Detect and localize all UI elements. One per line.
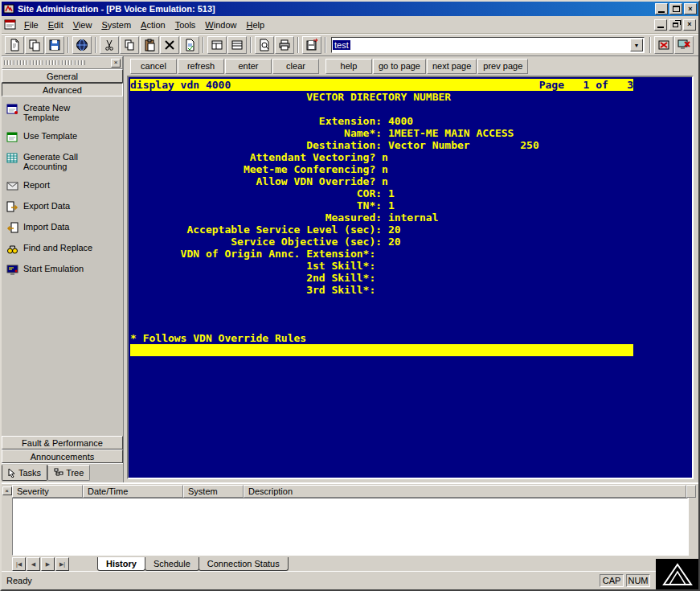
task-label: Generate Call Accounting xyxy=(23,152,107,171)
close-button[interactable]: × xyxy=(684,3,697,14)
column-system[interactable]: System xyxy=(183,485,244,498)
copy-button[interactable] xyxy=(120,36,139,54)
disconnect-button[interactable] xyxy=(674,36,694,54)
scissors-icon xyxy=(103,39,116,51)
print-button[interactable] xyxy=(275,36,294,54)
command-combo[interactable]: test ▼ xyxy=(331,37,645,53)
properties-button[interactable] xyxy=(180,36,199,54)
toolbar-separator xyxy=(649,37,651,53)
menubar: File Edit View System Action Tools Windo… xyxy=(2,16,698,34)
grid-view-icon xyxy=(211,39,223,51)
log-scrollbar[interactable] xyxy=(688,498,696,556)
tab-label: Tasks xyxy=(18,468,41,478)
open-button[interactable] xyxy=(25,36,44,54)
tab-label: Tree xyxy=(66,468,84,478)
list-view-button[interactable] xyxy=(227,36,247,54)
terminal-screen[interactable]: display vdn 4000 Page 1 of 3 VECTOR DIRE… xyxy=(129,77,692,356)
prev-page-button[interactable]: prev page xyxy=(477,59,528,74)
drag-grip[interactable] xyxy=(4,60,85,65)
log-close-button[interactable]: × xyxy=(2,486,12,495)
tab-history[interactable]: History xyxy=(97,557,145,571)
category-fault-performance-button[interactable]: Fault & Performance xyxy=(2,436,123,449)
task-import-data[interactable]: Import Data xyxy=(6,222,123,234)
log-list[interactable] xyxy=(12,498,688,556)
menu-system[interactable]: System xyxy=(96,17,136,33)
tab-connection-status[interactable]: Connection Status xyxy=(199,557,289,571)
clear-button[interactable]: clear xyxy=(272,59,319,74)
mdi-close-button[interactable]: × xyxy=(683,19,696,31)
task-list: Create New Template Use Template Generat… xyxy=(2,96,123,436)
maximize-button[interactable] xyxy=(669,3,682,14)
sidebar-close-button[interactable]: × xyxy=(111,59,121,68)
task-export-data[interactable]: Export Data xyxy=(6,201,123,213)
help-button[interactable]: help xyxy=(325,59,372,74)
create-new-template-icon xyxy=(6,103,18,115)
log-panel-sidebar: × xyxy=(2,484,12,571)
cut-button[interactable] xyxy=(100,36,119,54)
chevron-down-icon: ▼ xyxy=(634,43,640,48)
refresh-button[interactable]: refresh xyxy=(178,59,224,74)
save-button[interactable] xyxy=(45,36,64,54)
browse-view-button[interactable] xyxy=(207,36,227,54)
task-label: Create New Template xyxy=(23,103,107,122)
enter-button[interactable]: enter xyxy=(225,59,272,74)
menu-file[interactable]: File xyxy=(19,17,43,33)
mdi-restore-button[interactable] xyxy=(669,19,682,31)
new-button[interactable] xyxy=(5,36,24,54)
avaya-logo xyxy=(656,559,698,589)
column-datetime[interactable]: Date/Time xyxy=(83,485,183,498)
go-to-page-button[interactable]: go to page xyxy=(373,59,426,74)
last-tab-button[interactable]: ▶| xyxy=(55,557,69,571)
next-page-button[interactable]: next page xyxy=(427,59,477,74)
column-severity[interactable]: Severity xyxy=(12,485,83,498)
task-find-and-replace[interactable]: Find and Replace xyxy=(6,243,123,255)
category-announcements-button[interactable]: Announcements xyxy=(2,449,123,463)
menu-help[interactable]: Help xyxy=(241,17,269,33)
paste-button[interactable] xyxy=(140,36,159,54)
titlebar[interactable]: Site Administration - [PB Voice Emulatio… xyxy=(2,2,698,16)
menu-window[interactable]: Window xyxy=(200,17,241,33)
task-use-template[interactable]: Use Template xyxy=(6,131,123,143)
stop-red-x-icon xyxy=(657,39,670,51)
first-tab-button[interactable]: |◀ xyxy=(12,557,26,571)
tab-tasks[interactable]: Tasks xyxy=(2,465,47,481)
next-tab-button[interactable]: ▶ xyxy=(41,557,55,571)
task-report[interactable]: Report xyxy=(6,180,123,192)
task-create-new-template[interactable]: Create New Template xyxy=(6,103,123,122)
mdi-minimize-button[interactable] xyxy=(654,19,667,31)
toolbar-separator xyxy=(325,37,326,53)
window-title: Site Administration - [PB Voice Emulatio… xyxy=(18,4,652,14)
menu-view[interactable]: View xyxy=(68,17,97,33)
tab-tree[interactable]: Tree xyxy=(47,465,90,481)
prev-tab-button[interactable]: ◀ xyxy=(27,557,40,571)
task-generate-call-accounting[interactable]: Generate Call Accounting xyxy=(6,152,123,171)
category-general-button[interactable]: General xyxy=(2,69,123,83)
category-advanced-button[interactable]: Advanced xyxy=(2,83,123,96)
open-pages-icon xyxy=(28,39,41,51)
terminal-form-text[interactable]: VECTOR DIRECTORY NUMBER Extension: 4000 … xyxy=(130,91,692,344)
terminal-input-bar[interactable] xyxy=(130,344,633,356)
task-start-emulation[interactable]: Start Emulation xyxy=(6,264,123,276)
command-combo-dropdown-button[interactable]: ▼ xyxy=(630,39,643,51)
cancel-button[interactable]: cancel xyxy=(130,59,177,74)
menu-tools[interactable]: Tools xyxy=(170,17,201,33)
maximize-icon xyxy=(673,6,680,12)
minimize-button[interactable] xyxy=(655,3,668,14)
menu-edit[interactable]: Edit xyxy=(43,17,68,33)
copy-icon xyxy=(123,39,136,51)
menu-action[interactable]: Action xyxy=(136,17,170,33)
terminal-command-line: display vdn 4000 Page 1 of 3 xyxy=(130,79,633,91)
connect-button[interactable] xyxy=(72,36,92,54)
list-view-icon xyxy=(231,39,244,51)
delete-button[interactable] xyxy=(160,36,179,54)
stop-command-button[interactable] xyxy=(654,36,673,54)
tab-schedule[interactable]: Schedule xyxy=(145,557,199,571)
globe-icon xyxy=(76,39,88,51)
app-window: Site Administration - [PB Voice Emulatio… xyxy=(0,0,700,591)
column-description[interactable]: Description xyxy=(244,485,686,498)
print-preview-button[interactable] xyxy=(255,36,274,54)
log-tabs-row: |◀ ◀ ▶ ▶| History Schedule Connection St… xyxy=(12,556,696,571)
toolbar-separator xyxy=(95,37,96,53)
document-window-icon xyxy=(4,19,17,31)
export-screen-button[interactable] xyxy=(302,36,321,54)
